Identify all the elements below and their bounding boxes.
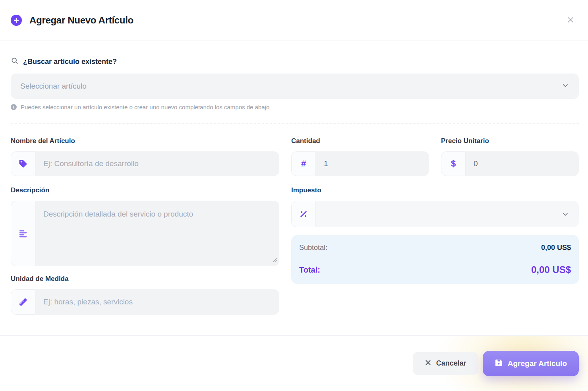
subtotal-value: 0,00 US$ — [541, 244, 571, 252]
item-name-group — [11, 151, 279, 176]
dollar-icon: $ — [441, 151, 466, 176]
close-button[interactable] — [565, 14, 576, 27]
unit-input[interactable] — [35, 289, 279, 315]
modal-header: Agregar Nuevo Artículo — [0, 0, 588, 41]
close-icon — [567, 16, 574, 25]
plus-circle-icon — [11, 15, 22, 26]
ruler-icon — [11, 289, 35, 315]
select-hint-text: Puedes seleccionar un artículo existente… — [21, 104, 269, 110]
quantity-label: Cantidad — [291, 137, 429, 145]
description-label: Descripción — [11, 186, 279, 194]
total-row: Total: 0,00 US$ — [299, 264, 571, 275]
description-group — [11, 201, 279, 266]
quantity-input[interactable] — [316, 151, 429, 176]
form-column-right: Cantidad # Precio Unitario $ — [291, 137, 579, 315]
description-textarea[interactable] — [35, 201, 279, 266]
search-existing-label: ¿Buscar artículo existente? — [23, 58, 117, 66]
total-label: Total: — [299, 265, 320, 275]
search-icon — [11, 57, 19, 66]
info-icon: i — [11, 104, 17, 110]
resize-handle-icon[interactable] — [272, 257, 277, 264]
tag-icon — [11, 151, 35, 176]
unit-label: Unidad de Medida — [11, 275, 279, 283]
save-icon — [495, 358, 503, 369]
total-value: 0,00 US$ — [531, 264, 571, 275]
form-column-left: Nombre del Artículo Descripción — [11, 137, 279, 315]
subtotal-label: Subtotal: — [299, 244, 327, 252]
tax-select[interactable] — [291, 201, 579, 227]
percent-icon — [291, 201, 316, 227]
quantity-field: Cantidad # — [291, 137, 429, 176]
hash-icon: # — [291, 151, 316, 176]
totals-divider — [299, 258, 571, 258]
totals-card: Subtotal: 0,00 US$ Total: 0,00 US$ — [291, 235, 579, 284]
item-name-input[interactable] — [35, 151, 279, 176]
chevron-down-icon — [561, 210, 579, 218]
form-grid: Nombre del Artículo Descripción — [11, 137, 579, 315]
quantity-price-row: Cantidad # Precio Unitario $ — [291, 137, 579, 176]
submit-button[interactable]: Agregar Artículo — [483, 351, 579, 376]
modal-body: ¿Buscar artículo existente? Seleccionar … — [0, 41, 588, 335]
subtotal-row: Subtotal: 0,00 US$ — [299, 244, 571, 252]
unit-group — [11, 289, 279, 315]
cancel-button[interactable]: Cancelar — [413, 352, 478, 375]
chevron-down-icon — [561, 81, 569, 91]
submit-button-label: Agregar Artículo — [508, 359, 567, 368]
existing-item-select[interactable]: Seleccionar artículo — [11, 74, 579, 99]
existing-item-select-placeholder: Seleccionar artículo — [20, 82, 87, 91]
modal-title: Agregar Nuevo Artículo — [29, 15, 133, 26]
unit-price-label: Precio Unitario — [441, 137, 579, 145]
modal-header-left: Agregar Nuevo Artículo — [11, 15, 133, 26]
modal-footer: Cancelar Agregar Artículo — [0, 335, 588, 391]
add-item-modal: Agregar Nuevo Artículo ¿Buscar artículo … — [0, 0, 588, 391]
unit-price-input[interactable] — [466, 151, 579, 176]
tax-label: Impuesto — [291, 186, 579, 194]
select-hint-row: i Puedes seleccionar un artículo existen… — [11, 104, 579, 110]
align-left-icon — [11, 201, 35, 266]
search-existing-row: ¿Buscar artículo existente? — [11, 57, 579, 66]
x-icon — [425, 359, 431, 368]
unit-price-group: $ — [441, 151, 579, 176]
unit-price-field: Precio Unitario $ — [441, 137, 579, 176]
item-name-label: Nombre del Artículo — [11, 137, 279, 145]
section-divider — [11, 123, 579, 124]
quantity-group: # — [291, 151, 429, 176]
cancel-button-label: Cancelar — [436, 359, 466, 368]
